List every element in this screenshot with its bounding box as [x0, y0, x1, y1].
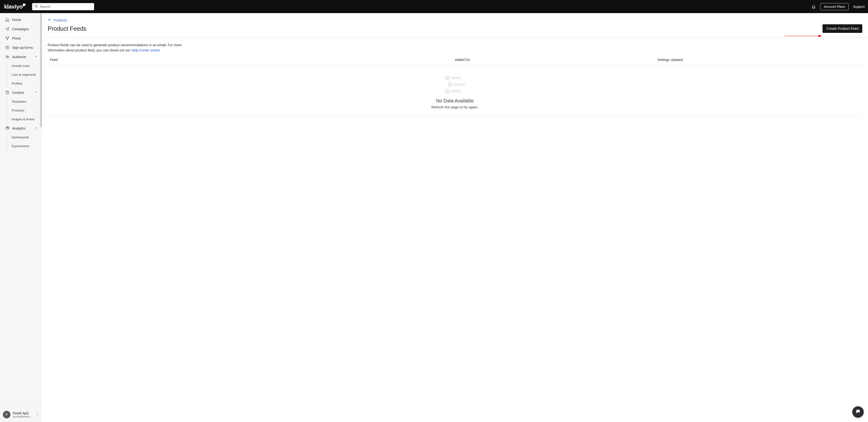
svg-point-4 — [6, 56, 7, 57]
chevron-up-icon — [34, 126, 38, 130]
account-switcher[interactable]: F Feedr ApS jacob@feedr.c… — [0, 407, 42, 422]
logo-flag-icon — [23, 4, 26, 7]
sidebar-subitem-templates[interactable]: Templates — [7, 97, 42, 106]
sidebar-scroll[interactable]: Home Campaigns Flows Sign-up forms Audie… — [0, 13, 42, 407]
sidebar-item-signup-forms[interactable]: Sign-up forms — [0, 43, 42, 52]
account-plans-button[interactable]: Account Plans — [820, 3, 849, 10]
audience-icon — [5, 55, 9, 59]
sidebar-item-label: Flows — [12, 36, 21, 40]
chevron-updown-icon — [36, 413, 39, 417]
sidebar-subitem-lists-segments[interactable]: Lists & segments — [7, 70, 42, 79]
breadcrumb: Products — [42, 13, 868, 24]
sidebar-item-content[interactable]: Content — [0, 88, 42, 97]
column-feed: Feed — [50, 58, 455, 62]
top-actions: Account Plans Support — [811, 3, 865, 10]
svg-point-2 — [7, 39, 8, 40]
feed-table: Feed Added On Settings Updated No Data A… — [42, 55, 868, 117]
analytics-subgroup: Dashboards Experiments — [7, 133, 42, 151]
flows-icon — [5, 36, 9, 40]
sidebar-subitem-growth-tools[interactable]: Growth tools — [7, 61, 42, 70]
sidebar-item-campaigns[interactable]: Campaigns — [0, 24, 42, 34]
avatar: F — [3, 411, 10, 418]
page-title: Product Feeds — [48, 25, 87, 32]
search-input-wrap[interactable] — [32, 3, 94, 10]
column-updated: Settings Updated — [657, 58, 860, 62]
empty-subtitle: Refresh the page to try again. — [48, 105, 862, 109]
sidebar-subitem-dashboards[interactable]: Dashboards — [7, 133, 42, 142]
scrollbar-thumb[interactable] — [40, 13, 42, 127]
chevron-up-icon — [34, 55, 38, 59]
page-description: Product feeds can be used to generate pr… — [42, 38, 204, 55]
home-icon — [5, 18, 9, 22]
empty-state: No Data Available Refresh the page to tr… — [48, 65, 862, 117]
sidebar-subitem-profiles[interactable]: Profiles — [7, 79, 42, 88]
top-bar: klaviyo Account Plans Support — [0, 0, 868, 13]
sidebar-item-label: Campaigns — [12, 27, 29, 31]
sidebar-item-flows[interactable]: Flows — [0, 34, 42, 43]
breadcrumb-link-products[interactable]: Products — [54, 18, 67, 22]
search-input[interactable] — [40, 5, 92, 8]
chat-icon — [856, 409, 861, 415]
send-icon — [5, 27, 9, 31]
empty-state-icon — [445, 76, 465, 94]
sidebar-item-label: Content — [12, 91, 24, 95]
sidebar-item-label: Sign-up forms — [12, 46, 33, 50]
chat-fab[interactable] — [852, 406, 864, 418]
sidebar-item-analytics[interactable]: Analytics — [0, 124, 42, 133]
logo-text: klaviyo — [4, 4, 23, 9]
sidebar-item-home[interactable]: Home — [0, 15, 42, 24]
audience-subgroup: Growth tools Lists & segments Profiles — [7, 61, 42, 88]
page-header: Product Feeds Create Product Feed — [42, 24, 868, 38]
svg-rect-3 — [6, 46, 8, 49]
back-arrow-icon[interactable] — [48, 18, 52, 23]
sidebar-item-label: Home — [12, 18, 21, 22]
help-center-link[interactable]: Help Center article. — [131, 48, 161, 52]
account-email: jacob@feedr.c… — [13, 415, 34, 418]
form-icon — [5, 45, 9, 50]
chevron-up-icon — [34, 91, 38, 95]
search-icon — [35, 4, 38, 9]
create-product-feed-button[interactable]: Create Product Feed — [823, 24, 862, 33]
svg-point-0 — [6, 37, 6, 37]
content-icon — [5, 91, 9, 95]
sidebar-item-label: Analytics — [12, 126, 26, 130]
content-subgroup: Templates Products Images & brand — [7, 97, 42, 124]
account-text: Feedr ApS jacob@feedr.c… — [13, 411, 34, 418]
support-link[interactable]: Support — [853, 5, 865, 8]
description-text: Product feeds can be used to generate pr… — [48, 43, 182, 52]
logo[interactable]: klaviyo — [4, 4, 26, 9]
sidebar: Home Campaigns Flows Sign-up forms Audie… — [0, 13, 42, 422]
analytics-icon — [5, 126, 9, 130]
account-name: Feedr ApS — [13, 411, 34, 415]
main-content: Products Product Feeds Create Product Fe… — [42, 13, 868, 422]
table-header: Feed Added On Settings Updated — [48, 55, 862, 65]
svg-point-5 — [8, 56, 8, 57]
column-added: Added On — [455, 58, 657, 62]
svg-point-1 — [8, 37, 9, 37]
sidebar-item-label: Audience — [12, 55, 26, 59]
empty-title: No Data Available — [48, 98, 862, 104]
sidebar-item-audience[interactable]: Audience — [0, 52, 42, 61]
sidebar-subitem-products[interactable]: Products — [7, 106, 42, 115]
sidebar-subitem-images-brand[interactable]: Images & brand — [7, 115, 42, 124]
notifications-icon[interactable] — [811, 4, 816, 9]
sidebar-subitem-experiments[interactable]: Experiments — [7, 142, 42, 151]
